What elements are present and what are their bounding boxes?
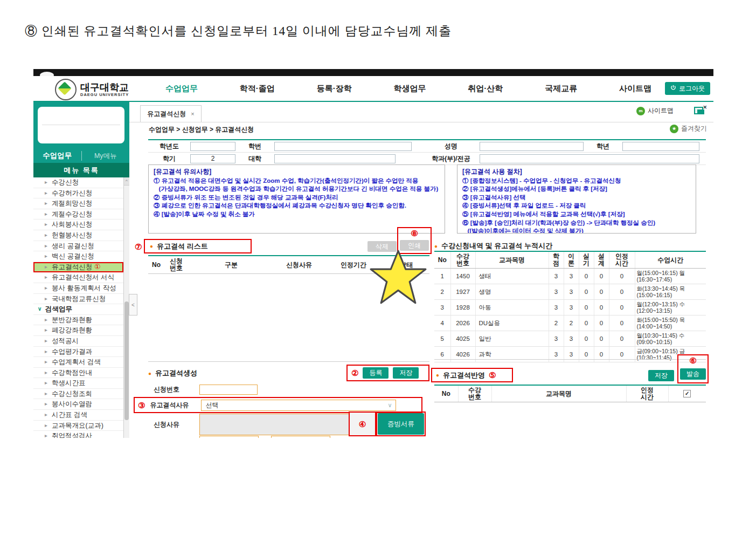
app-header: 대구대학교 DAEGU UNIVERSITY 수업업무 학적·졸업 등록·장학 … <box>33 76 713 102</box>
logout-button[interactable]: 로그아웃 <box>665 82 710 95</box>
tab-close-icon[interactable]: × <box>191 111 194 117</box>
favorite-button[interactable]: ★ 즐겨찾기 <box>670 124 707 133</box>
sidebar-item[interactable]: 교과목개요(교과) <box>33 421 123 431</box>
reason-textarea[interactable] <box>199 414 353 435</box>
select-all-checkbox[interactable]: ✓ <box>683 390 691 397</box>
table-row[interactable]: 11450생태33000월(15:00~16:15) 월(16:30~17:45… <box>434 269 706 284</box>
semester-input[interactable] <box>190 154 235 163</box>
sidebar-tab-mymenu[interactable]: My메뉴 <box>82 152 130 161</box>
table-row[interactable]: 64026과학33000금(09:00~10:15) 금(10:30~11:45… <box>434 347 706 362</box>
sidebar-item[interactable]: 수강허가신청 <box>33 188 123 199</box>
col-course-no: 수강 번호 <box>458 385 491 402</box>
sidebar-item[interactable]: 수강신청 <box>33 177 123 188</box>
sidebar-collapse-handle[interactable]: < <box>129 294 137 315</box>
table-cell: 0 <box>594 284 609 300</box>
sidebar-item[interactable]: 계절희망신청 <box>33 198 123 209</box>
college-input[interactable] <box>274 154 396 163</box>
sidebar-item[interactable]: 봉사 활동계획서 작성 <box>33 283 123 294</box>
sidebar-item[interactable]: 계절수강신청 <box>33 209 123 220</box>
nav-registration[interactable]: 등록·장학 <box>317 84 352 94</box>
print-button[interactable]: 인쇄 <box>400 240 429 251</box>
major-input[interactable] <box>480 154 699 163</box>
table-row[interactable]: 42026DU실용22000화(15:00~15:50) 목(14:00~14:… <box>434 315 706 331</box>
sidebar-item[interactable]: 수업평가결과 <box>33 347 123 358</box>
table-cell: 월(15:00~16:15) 월(16:30~17:45) <box>635 269 706 284</box>
period-end-input[interactable]: ▦ <box>271 436 330 438</box>
window-top-strip <box>33 69 713 76</box>
creation-title: ● 유고결석생성 <box>148 368 197 378</box>
nav-career[interactable]: 취업·산학 <box>468 84 503 94</box>
nav-records[interactable]: 학적·졸업 <box>240 84 275 94</box>
sidebar-item[interactable]: 수업계획서 검색 <box>33 357 123 368</box>
name-input[interactable] <box>480 142 584 151</box>
col-recognized-hours: 인정 시간 <box>609 251 635 269</box>
sidebar-item[interactable]: 백신 공결신청 <box>33 251 123 262</box>
sidebar-item[interactable]: 생리 공결신청 <box>33 241 123 252</box>
table-cell: 3 <box>434 300 450 315</box>
sidebar-section-search[interactable]: 검색업무 <box>33 304 123 315</box>
send-button[interactable]: 발송 <box>680 368 706 380</box>
table-row[interactable]: 31928아동33000월(12:00~13:15) 수(12:00~13:15… <box>434 300 706 315</box>
close-all-windows-icon[interactable]: ✕ <box>694 107 706 115</box>
grade-label: 학년 <box>584 142 622 151</box>
sidebar-item[interactable]: 학생시간표 <box>33 378 123 389</box>
absence-list-title: ● 유고결석 리스트 <box>144 239 252 253</box>
university-logo[interactable]: 대구대학교 DAEGU UNIVERSITY <box>55 79 129 100</box>
save-button[interactable]: 저장 <box>393 367 419 379</box>
sidebar-item[interactable]: 헌혈봉사신청 <box>33 230 123 241</box>
period-start-input[interactable]: ▦ <box>199 436 259 438</box>
reason-type-select[interactable]: 선택 ∨ <box>201 400 396 411</box>
grade-input[interactable] <box>622 142 699 151</box>
sitemap-link[interactable]: m 사이트맵 <box>636 106 674 115</box>
annotation-5: ⑤ <box>489 371 496 379</box>
table-cell: 0 <box>609 269 635 284</box>
nav-sitemap[interactable]: 사이트맵 <box>619 84 651 94</box>
chevron-down-icon: ∨ <box>387 402 392 409</box>
sidebar-item[interactable]: 국내학점교류신청 <box>33 294 123 305</box>
sidebar-item[interactable]: 폐강강좌현황 <box>33 325 123 336</box>
table-cell: 1 <box>434 269 450 284</box>
sidebar-item[interactable]: 성적공시 <box>33 336 123 347</box>
annotation-1: ① <box>94 263 101 271</box>
sidebar-tab-classes[interactable]: 수업업무 <box>33 151 82 161</box>
table-cell: 4025 <box>450 331 475 347</box>
sidebar-item[interactable]: 취업적성검사 <box>33 431 123 438</box>
notice-title: [유고결석 사용 절차] <box>462 168 691 176</box>
table-cell: 2 <box>549 315 564 331</box>
scroll-up-arrow[interactable]: ^ <box>124 177 129 186</box>
sidebar-item[interactable]: 분반강좌현황 <box>33 315 123 326</box>
sidebar-menu: 수강신청 수강허가신청 계절희망신청 계절수강신청 사회봉사신청 헌혈봉사신청 … <box>33 177 124 438</box>
tab-absence-apply[interactable]: 유고결석신청 × <box>140 105 202 122</box>
nav-international[interactable]: 국제교류 <box>545 84 577 94</box>
register-button[interactable]: 등록 <box>363 367 389 379</box>
sidebar-item[interactable]: 수강학점안내 <box>33 368 123 379</box>
table-cell: 0 <box>609 347 635 362</box>
sidebar-item[interactable]: 수강신청조회 <box>33 389 123 400</box>
university-name-en: DAEGU UNIVERSITY <box>80 92 129 97</box>
table-cell: 0 <box>609 315 635 331</box>
reflection-save-button[interactable]: 저장 <box>648 370 674 381</box>
sidebar-item[interactable]: 사회봉사신청 <box>33 220 123 230</box>
sidebar-item[interactable]: 유고결석신청서 서식 <box>33 272 123 283</box>
table-cell: 아동 <box>475 300 549 315</box>
table-row[interactable]: 21927생명33000화(13:30~14:45) 목(15:00~16:15… <box>434 284 706 300</box>
table-row[interactable]: 54025일반33000월(10:30~11:45) 수(09:00~10:15… <box>434 331 706 347</box>
sidebar-item[interactable]: 봉사이수열람 <box>33 399 123 410</box>
attach-documents-button[interactable]: 증빙서류 <box>378 413 424 435</box>
table-cell: 1927 <box>450 284 475 300</box>
nav-classes[interactable]: 수업업무 <box>165 84 198 94</box>
year-input[interactable] <box>190 142 235 151</box>
col-theory: 이 론 <box>564 251 579 269</box>
apply-no-input[interactable] <box>199 385 258 395</box>
scrollbar-thumb[interactable] <box>124 301 129 420</box>
table-cell: 0 <box>594 315 609 331</box>
sidebar-item-absence-apply[interactable]: 유고결석신청① <box>33 262 123 273</box>
table-cell: 0 <box>579 300 594 315</box>
nav-student-affairs[interactable]: 학생업무 <box>393 84 426 94</box>
table-cell: 0 <box>579 347 594 362</box>
col-class-time: 수업시간 <box>635 251 706 269</box>
student-no-input[interactable] <box>274 142 412 151</box>
col-reason: 신청사유 <box>274 256 324 274</box>
table-cell: 3 <box>564 300 579 315</box>
sidebar-item[interactable]: 시간표 검색 <box>33 410 123 421</box>
